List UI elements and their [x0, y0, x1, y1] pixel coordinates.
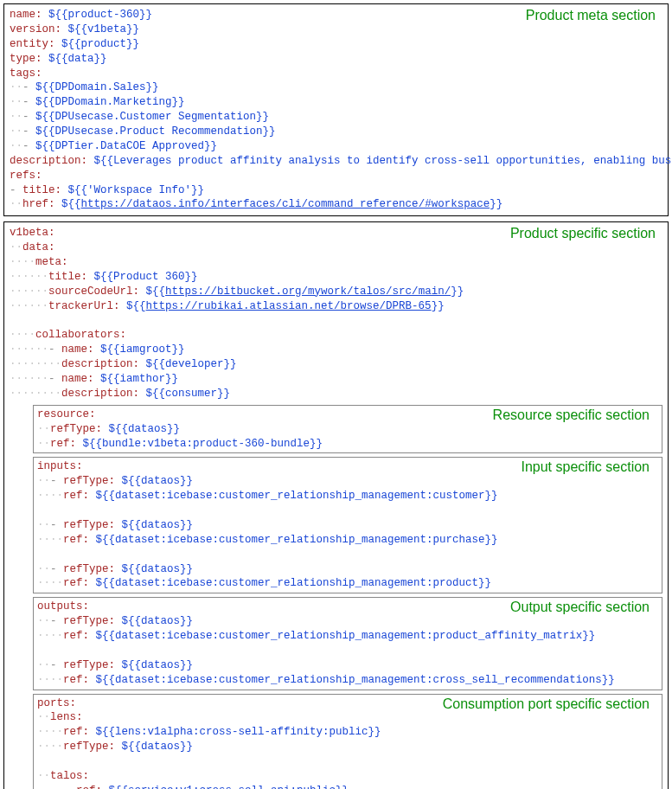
ports-section: Consumption port specific section ports:… — [33, 694, 662, 790]
inputs-section-label: Input specific section — [517, 459, 653, 475]
resource-section: Resource specific section resource: ··re… — [33, 405, 662, 454]
meta-section-label: Product meta section — [522, 8, 659, 23]
outputs-section-label: Output specific section — [507, 600, 653, 615]
product-meta-section: Product meta section name: ${{product-36… — [3, 3, 669, 216]
ports-section-label: Consumption port specific section — [439, 696, 653, 712]
specific-section-label: Product specific section — [507, 226, 659, 241]
outputs-section: Output specific section outputs: ··- ref… — [33, 597, 662, 690]
inputs-section: Input specific section inputs: ··- refTy… — [33, 457, 662, 593]
resource-section-label: Resource specific section — [490, 407, 653, 423]
product-specific-section: Product specific section v1beta: ··data:… — [3, 221, 669, 789]
